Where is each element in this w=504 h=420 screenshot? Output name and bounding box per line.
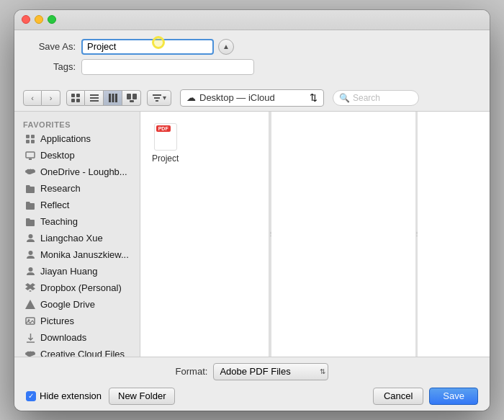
svg-rect-3 bbox=[76, 99, 80, 102]
minimize-button[interactable] bbox=[35, 15, 43, 24]
file-item-project[interactable]: PDF Project bbox=[149, 120, 181, 166]
svg-rect-20 bbox=[26, 152, 35, 158]
pdf-file-icon: PDF bbox=[154, 123, 177, 151]
tags-label: Tags: bbox=[29, 61, 76, 72]
sidebar-item-googledrive[interactable]: Google Drive bbox=[17, 297, 137, 313]
new-folder-button[interactable]: New Folder bbox=[109, 388, 175, 405]
save-button[interactable]: Save bbox=[429, 388, 478, 405]
location-chevron-icon: ⇅ bbox=[310, 92, 318, 103]
svg-rect-17 bbox=[31, 135, 35, 138]
svg-rect-21 bbox=[29, 158, 32, 160]
hide-extension-label: Hide extension bbox=[40, 390, 102, 401]
svg-marker-27 bbox=[25, 300, 35, 309]
sidebar-item-teaching[interactable]: Teaching bbox=[17, 214, 137, 230]
close-button[interactable] bbox=[22, 15, 30, 24]
view-button-group bbox=[66, 90, 141, 106]
svg-point-22 bbox=[28, 234, 32, 238]
sidebar-item-desktop[interactable]: Desktop bbox=[17, 148, 137, 164]
folder-teaching-icon bbox=[24, 216, 36, 228]
sidebar-item-applications[interactable]: Applications bbox=[17, 131, 137, 147]
sidebar-item-liangchao[interactable]: Liangchao Xue bbox=[17, 231, 137, 246]
svg-rect-16 bbox=[26, 135, 30, 138]
person-jiayan-icon bbox=[24, 266, 36, 277]
preview-pane-2 bbox=[418, 112, 490, 357]
sidebar-item-pictures[interactable]: Pictures bbox=[17, 313, 137, 329]
sidebar: Favorites Applications Deskto bbox=[14, 112, 140, 357]
desktop-icon bbox=[24, 150, 36, 161]
format-label: Format: bbox=[176, 366, 208, 377]
sidebar-item-research[interactable]: Research bbox=[17, 181, 137, 197]
svg-rect-12 bbox=[130, 100, 134, 102]
preview-pane-1 bbox=[271, 112, 415, 357]
bottom-row: ✓ Hide extension New Folder Cancel Save bbox=[26, 388, 478, 405]
sidebar-item-onedrive[interactable]: OneDrive - Loughb... bbox=[17, 164, 137, 180]
back-button[interactable]: ‹ bbox=[23, 90, 42, 106]
svg-point-23 bbox=[28, 251, 32, 255]
dialog-header: Save As: ▲ Tags: bbox=[14, 30, 490, 85]
save-as-input[interactable] bbox=[81, 39, 214, 55]
search-box[interactable]: 🔍 Search bbox=[333, 90, 419, 106]
svg-rect-0 bbox=[71, 94, 75, 97]
hide-extension-checkbox[interactable]: ✓ bbox=[26, 391, 36, 401]
file-name: Project bbox=[152, 153, 179, 164]
format-select-wrapper: Adobe PDF Files PDF/A PostScript ⇅ bbox=[213, 363, 328, 380]
svg-rect-8 bbox=[112, 94, 114, 102]
dropbox-icon bbox=[24, 282, 36, 294]
tags-input[interactable] bbox=[81, 59, 254, 75]
svg-rect-9 bbox=[115, 94, 117, 102]
person-liangchao-icon bbox=[24, 233, 36, 244]
list-view-button[interactable] bbox=[85, 90, 104, 106]
sidebar-item-downloads[interactable]: Downloads bbox=[17, 330, 137, 346]
svg-rect-5 bbox=[90, 97, 99, 99]
expand-button[interactable]: ▲ bbox=[218, 39, 234, 55]
svg-rect-11 bbox=[132, 94, 137, 99]
location-text: ☁ Desktop — iCloud bbox=[186, 92, 275, 103]
tags-row: Tags: bbox=[29, 59, 475, 75]
toolbar: ‹ › bbox=[14, 85, 490, 112]
icon-view-button[interactable] bbox=[66, 90, 85, 106]
content-area: Favorites Applications Deskto bbox=[14, 112, 490, 357]
sidebar-item-creativecloud[interactable]: Creative Cloud Files bbox=[17, 347, 137, 357]
sidebar-item-jiayan[interactable]: Jiayan Huang bbox=[17, 264, 137, 280]
column-view-button[interactable] bbox=[104, 90, 122, 106]
location-selector[interactable]: ☁ Desktop — iCloud ⇅ bbox=[180, 89, 324, 107]
onedrive-icon bbox=[24, 166, 36, 178]
person-monika-icon bbox=[24, 249, 36, 261]
sidebar-item-monika[interactable]: Monika Januszkiew... bbox=[17, 247, 137, 263]
svg-marker-25 bbox=[25, 283, 35, 290]
maximize-button[interactable] bbox=[48, 15, 56, 24]
sidebar-item-reflect[interactable]: Reflect bbox=[17, 197, 137, 213]
folder-reflect-icon bbox=[24, 200, 36, 211]
save-dialog: Save As: ▲ Tags: ‹ › bbox=[14, 10, 490, 411]
search-icon: 🔍 bbox=[339, 93, 350, 103]
gallery-view-button[interactable] bbox=[122, 90, 141, 106]
svg-rect-18 bbox=[26, 140, 30, 143]
format-select[interactable]: Adobe PDF Files PDF/A PostScript bbox=[213, 363, 328, 380]
svg-rect-4 bbox=[90, 94, 99, 96]
svg-rect-10 bbox=[127, 94, 131, 99]
file-pane-1: PDF Project bbox=[140, 112, 269, 357]
cancel-button[interactable]: Cancel bbox=[373, 388, 423, 405]
hide-extension-checkbox-row[interactable]: ✓ Hide extension bbox=[26, 390, 102, 401]
sidebar-section-label: Favorites bbox=[14, 117, 140, 130]
svg-rect-14 bbox=[154, 97, 160, 99]
svg-rect-15 bbox=[156, 100, 158, 102]
sidebar-item-dropbox[interactable]: Dropbox (Personal) bbox=[17, 280, 137, 296]
svg-point-24 bbox=[28, 267, 32, 272]
svg-rect-13 bbox=[153, 94, 161, 96]
svg-rect-2 bbox=[71, 99, 75, 102]
svg-rect-1 bbox=[76, 94, 80, 97]
main-file-area: PDF Project ⋮ ⋮ bbox=[140, 112, 490, 357]
save-as-row: Save As: ▲ bbox=[29, 39, 475, 55]
icloud-icon: ☁ bbox=[186, 92, 196, 103]
svg-rect-19 bbox=[31, 140, 35, 143]
title-bar bbox=[14, 10, 490, 30]
format-row: Format: Adobe PDF Files PDF/A PostScript… bbox=[26, 363, 478, 380]
arrange-button[interactable]: ▾ bbox=[147, 90, 171, 106]
svg-marker-26 bbox=[29, 290, 32, 292]
traffic-lights bbox=[22, 15, 56, 24]
forward-button[interactable]: › bbox=[42, 90, 60, 106]
svg-rect-6 bbox=[90, 100, 99, 102]
svg-rect-7 bbox=[109, 94, 111, 102]
footer: Format: Adobe PDF Files PDF/A PostScript… bbox=[14, 357, 490, 411]
